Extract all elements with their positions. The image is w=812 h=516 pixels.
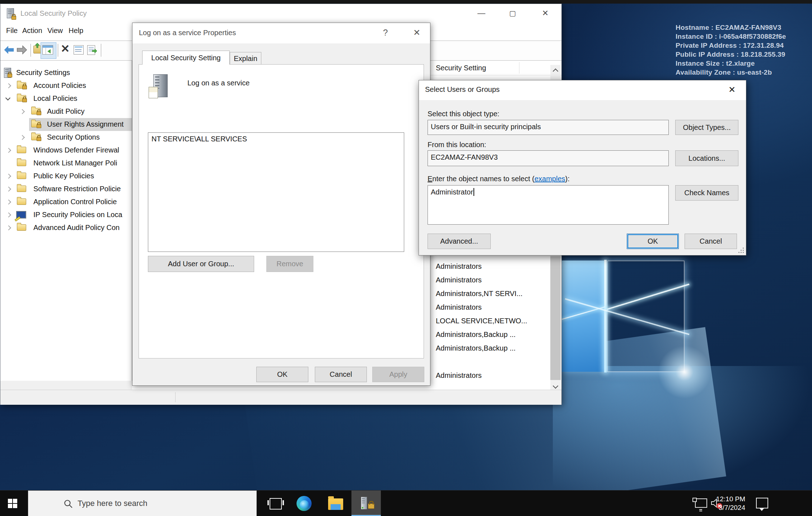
from-location-label: From this location: — [428, 141, 486, 149]
tree-item-label: Local Policies — [33, 94, 77, 103]
close-button[interactable]: ✕ — [533, 4, 557, 23]
chevron-right-icon[interactable] — [6, 212, 11, 217]
check-names-button[interactable]: Check Names — [675, 185, 738, 201]
edge-icon — [297, 496, 312, 511]
tree-item-label: Account Policies — [33, 81, 86, 90]
tree-item-windows-defender-firewall[interactable]: Windows Defender Firewal — [0, 144, 132, 157]
tree-item-security-options[interactable]: Security Options — [0, 131, 132, 144]
chevron-right-icon[interactable] — [6, 200, 11, 205]
ok-button[interactable]: OK — [627, 234, 679, 249]
tree-item-label: Windows Defender Firewal — [33, 146, 119, 154]
taskbar-search[interactable]: Type here to search — [28, 491, 257, 516]
taskbar-clock[interactable]: 12:10 PM 3/7/2024 — [716, 495, 745, 512]
column-header-security-setting[interactable]: Security Setting — [436, 64, 486, 72]
local-security-policy-taskbar-button[interactable] — [351, 491, 381, 516]
scroll-up-arrow[interactable] — [550, 65, 561, 75]
list-row[interactable]: Administrators — [436, 371, 482, 380]
dialog-title-bar[interactable]: Log on as a service Properties ? ✕ — [132, 23, 430, 43]
title-bar[interactable]: Local Security Policy — ▢ ✕ — [0, 4, 561, 23]
task-view-button[interactable] — [264, 491, 286, 516]
list-row[interactable]: Administrators,Backup ... — [436, 344, 515, 352]
tree-item-user-rights-assignment[interactable]: User Rights Assignment — [0, 118, 132, 131]
console-tree-panel: Security Settings Account Policies Local… — [0, 61, 132, 381]
start-button[interactable] — [0, 491, 25, 516]
tree-item-label: Network List Manager Poli — [33, 159, 117, 167]
tree-item-local-policies[interactable]: Local Policies — [0, 92, 132, 105]
tree-item-public-key-policies[interactable]: Public Key Policies — [0, 170, 132, 183]
chevron-right-icon[interactable] — [20, 135, 25, 140]
delete-icon[interactable]: ✕ — [61, 42, 70, 55]
properties-icon[interactable] — [74, 45, 84, 56]
policy-members-listbox[interactable]: NT SERVICE\ALL SERVICES — [148, 132, 404, 252]
export-list-icon[interactable] — [87, 45, 95, 56]
action-center-button[interactable] — [753, 491, 772, 516]
close-icon[interactable]: ✕ — [728, 85, 736, 95]
chevron-right-icon[interactable] — [6, 225, 11, 230]
menu-file[interactable]: File — [6, 27, 18, 35]
tree-item-advanced-audit-policy[interactable]: Advanced Audit Policy Con — [0, 221, 132, 234]
column-divider[interactable] — [519, 62, 519, 74]
list-row[interactable]: Administrators — [436, 303, 482, 311]
chevron-down-icon[interactable] — [5, 95, 10, 100]
label-suffix: ): — [565, 175, 570, 183]
advanced-button[interactable]: Advanced... — [428, 234, 491, 249]
list-row[interactable]: Administrators — [436, 276, 482, 284]
tree-item-ip-security-policies[interactable]: IP Security Policies on Loca — [0, 208, 132, 221]
close-icon[interactable]: ✕ — [413, 28, 420, 38]
cancel-button[interactable]: Cancel — [685, 234, 737, 249]
locations-button[interactable]: Locations... — [675, 150, 738, 166]
ok-button[interactable]: OK — [256, 367, 308, 382]
tab-explain[interactable]: Explain — [230, 52, 261, 65]
tree-item-audit-policy[interactable]: Audit Policy — [0, 105, 132, 118]
folder-lock-icon — [17, 82, 26, 89]
resize-grip[interactable] — [739, 248, 744, 253]
task-view-icon — [270, 498, 282, 510]
minimize-button[interactable]: — — [470, 4, 493, 23]
list-row[interactable]: Administrators,Backup ... — [436, 330, 515, 339]
file-explorer-button[interactable] — [326, 491, 346, 516]
examples-link[interactable]: examples — [535, 175, 565, 183]
chevron-right-icon[interactable] — [20, 109, 25, 114]
object-type-field[interactable]: Users or Built-in security principals — [428, 120, 669, 135]
help-icon[interactable]: ? — [383, 28, 388, 38]
maximize-button[interactable]: ▢ — [501, 4, 524, 23]
folder-icon — [17, 160, 26, 166]
tree-item-label: IP Security Policies on Loca — [33, 211, 122, 219]
scrollbar-thumb[interactable] — [550, 256, 561, 380]
action-center-icon — [756, 498, 768, 508]
object-names-input[interactable]: Administrator — [428, 185, 669, 225]
tree-item-label: Security Options — [47, 133, 100, 141]
list-row[interactable]: Administrators — [436, 262, 482, 271]
list-row[interactable]: LOCAL SERVICE,NETWO... — [436, 317, 527, 325]
menu-action[interactable]: Action — [22, 27, 42, 35]
chevron-right-icon[interactable] — [6, 187, 11, 192]
tree-item-label: Application Control Policie — [33, 198, 117, 206]
add-user-or-group-button[interactable]: Add User or Group... — [148, 256, 254, 272]
list-row[interactable]: Administrators,NT SERVI... — [436, 290, 523, 298]
cancel-button[interactable]: Cancel — [315, 367, 367, 382]
network-tray-icon[interactable] — [692, 491, 708, 516]
tree-item-software-restriction[interactable]: Software Restriction Policie — [0, 183, 132, 196]
text-caret — [473, 188, 474, 196]
member-entry[interactable]: NT SERVICE\ALL SERVICES — [151, 135, 247, 143]
dialog-title-bar[interactable]: Select Users or Groups ✕ — [419, 80, 746, 100]
chevron-right-icon[interactable] — [6, 83, 11, 88]
console-tree-toggle-button[interactable] — [42, 45, 53, 56]
tree-item-application-control[interactable]: Application Control Policie — [0, 196, 132, 208]
menu-view[interactable]: View — [47, 27, 63, 35]
tree-item-account-policies[interactable]: Account Policies — [0, 79, 132, 92]
forward-button[interactable] — [16, 44, 28, 57]
tab-local-security-setting[interactable]: Local Security Setting — [142, 51, 230, 65]
location-field[interactable]: EC2AMAZ-FAN98V3 — [428, 150, 669, 166]
back-button[interactable] — [3, 44, 15, 57]
tree-item-network-list-manager[interactable]: Network List Manager Poli — [0, 157, 132, 170]
tree-item-label: User Rights Assignment — [47, 120, 123, 128]
object-types-button[interactable]: Object Types... — [675, 120, 738, 135]
chevron-right-icon[interactable] — [6, 148, 11, 153]
info-hostname: Hostname : EC2AMAZ-FAN98V3 — [676, 23, 786, 32]
app-icon — [7, 8, 14, 20]
chevron-right-icon[interactable] — [6, 174, 11, 179]
edge-browser-button[interactable] — [294, 491, 314, 516]
tree-item-security-settings[interactable]: Security Settings — [0, 66, 132, 79]
menu-help[interactable]: Help — [69, 27, 83, 35]
